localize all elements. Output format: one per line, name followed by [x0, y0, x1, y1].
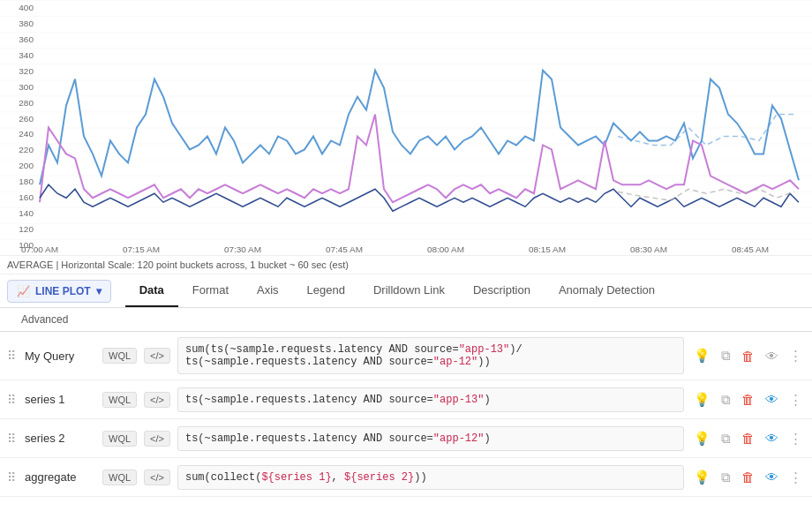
- query-text-myquery[interactable]: sum(ts(~sample.requests.latency AND sour…: [177, 337, 684, 374]
- more-button-series1[interactable]: ⋮: [786, 390, 805, 410]
- query-table: ⠿ My Query WQL </> sum(ts(~sample.reques…: [0, 332, 812, 497]
- delete-button-series1[interactable]: 🗑: [739, 390, 757, 409]
- tab-data[interactable]: Data: [125, 274, 178, 307]
- svg-text:400: 400: [19, 3, 34, 12]
- query-text-series2[interactable]: ts(~sample.requests.latency AND source="…: [177, 426, 684, 451]
- row-actions-series1: 💡 ⧉ 🗑 👁 ⋮: [691, 390, 805, 410]
- avg-label: AVERAGE | Horizontal Scale: 120 point bu…: [0, 256, 812, 274]
- svg-text:260: 260: [19, 114, 34, 124]
- row-actions-aggregate: 💡 ⧉ 🗑 👁 ⋮: [691, 468, 805, 487]
- svg-text:08:30 AM: 08:30 AM: [630, 244, 667, 254]
- copy-button-aggregate[interactable]: ⧉: [718, 468, 733, 487]
- badge-code-myquery[interactable]: </>: [144, 348, 170, 364]
- svg-text:07:45 AM: 07:45 AM: [326, 244, 363, 254]
- tab-advanced[interactable]: Advanced: [7, 308, 82, 331]
- svg-text:340: 340: [19, 50, 34, 60]
- table-row: ⠿ aggregate WQL </> sum(collect(${series…: [0, 458, 812, 497]
- eye-button-series2[interactable]: 👁: [763, 429, 781, 447]
- drag-handle-icon[interactable]: ⠿: [7, 432, 18, 446]
- copy-button-series2[interactable]: ⧉: [718, 429, 733, 448]
- delete-button-aggregate[interactable]: 🗑: [739, 468, 757, 486]
- svg-text:120: 120: [19, 224, 34, 234]
- more-button-aggregate[interactable]: ⋮: [786, 468, 805, 487]
- chart-type-button[interactable]: 📈 LINE PLOT ▾: [7, 280, 111, 303]
- svg-text:220: 220: [19, 145, 34, 154]
- row-name-myquery: My Query: [25, 349, 95, 363]
- row-actions-series2: 💡 ⧉ 🗑 👁 ⋮: [691, 429, 805, 448]
- drag-handle-icon[interactable]: ⠿: [7, 349, 18, 363]
- badge-code-series2[interactable]: </>: [144, 431, 170, 447]
- badge-wql-aggregate[interactable]: WQL: [102, 470, 137, 485]
- svg-text:08:00 AM: 08:00 AM: [427, 244, 464, 254]
- svg-text:240: 240: [19, 129, 34, 139]
- delete-button-myquery[interactable]: 🗑: [739, 347, 757, 365]
- svg-text:200: 200: [19, 161, 34, 170]
- svg-text:180: 180: [19, 177, 34, 186]
- badge-code-series1[interactable]: </>: [144, 392, 170, 408]
- chart-type-label: LINE PLOT: [35, 285, 91, 297]
- tab-anomaly[interactable]: Anomaly Detection: [545, 274, 669, 307]
- tab-legend[interactable]: Legend: [293, 274, 359, 307]
- query-text-series1[interactable]: ts(~sample.requests.latency AND source="…: [177, 387, 684, 412]
- table-row: ⠿ series 2 WQL </> ts(~sample.requests.l…: [0, 419, 812, 458]
- svg-text:08:45 AM: 08:45 AM: [732, 244, 769, 254]
- tab-description[interactable]: Description: [459, 274, 545, 307]
- svg-text:380: 380: [19, 19, 34, 28]
- secondary-tabs-row: Advanced: [0, 308, 812, 332]
- copy-button-myquery[interactable]: ⧉: [718, 346, 733, 365]
- table-row: ⠿ series 1 WQL </> ts(~sample.requests.l…: [0, 380, 812, 419]
- svg-text:07:15 AM: 07:15 AM: [123, 244, 160, 254]
- svg-text:300: 300: [19, 82, 34, 92]
- tabs-row: 📈 LINE PLOT ▾ Data Format Axis Legend Dr…: [0, 274, 812, 308]
- drag-handle-icon[interactable]: ⠿: [7, 470, 18, 485]
- lightbulb-button-series2[interactable]: 💡: [691, 429, 713, 448]
- eye-button-myquery[interactable]: 👁: [763, 347, 781, 365]
- copy-button-series1[interactable]: ⧉: [718, 390, 733, 410]
- chart-area: 400 380 360 340 320 300 280 260 240 220 …: [0, 0, 812, 256]
- svg-text:320: 320: [19, 66, 34, 76]
- delete-button-series2[interactable]: 🗑: [739, 429, 757, 447]
- svg-text:140: 140: [19, 208, 34, 218]
- svg-text:280: 280: [19, 98, 34, 108]
- lightbulb-button-myquery[interactable]: 💡: [691, 346, 713, 365]
- table-row: ⠿ My Query WQL </> sum(ts(~sample.reques…: [0, 332, 812, 380]
- query-text-aggregate[interactable]: sum(collect(${series 1}, ${series 2})): [177, 465, 684, 490]
- drag-handle-icon[interactable]: ⠿: [7, 393, 18, 407]
- row-name-series2: series 2: [25, 432, 95, 445]
- svg-text:08:15 AM: 08:15 AM: [529, 244, 566, 254]
- lightbulb-button-series1[interactable]: 💡: [691, 390, 713, 410]
- more-button-series2[interactable]: ⋮: [786, 429, 805, 448]
- tab-format[interactable]: Format: [178, 274, 243, 307]
- svg-text:360: 360: [19, 34, 34, 44]
- badge-wql-series2[interactable]: WQL: [102, 431, 137, 447]
- badge-wql-myquery[interactable]: WQL: [102, 348, 137, 364]
- tab-drilldown[interactable]: Drilldown Link: [359, 274, 459, 307]
- svg-text:160: 160: [19, 192, 34, 202]
- badge-wql-series1[interactable]: WQL: [102, 392, 137, 408]
- chevron-down-icon: ▾: [96, 285, 102, 297]
- eye-button-aggregate[interactable]: 👁: [763, 468, 781, 486]
- svg-rect-1: [0, 0, 812, 255]
- tab-axis[interactable]: Axis: [243, 274, 293, 307]
- row-name-series1: series 1: [25, 393, 95, 406]
- more-button-myquery[interactable]: ⋮: [786, 346, 805, 365]
- svg-text:07:30 AM: 07:30 AM: [224, 244, 261, 254]
- lightbulb-button-aggregate[interactable]: 💡: [691, 468, 713, 487]
- badge-code-aggregate[interactable]: </>: [144, 470, 170, 485]
- line-plot-icon: 📈: [17, 285, 30, 297]
- eye-button-series1[interactable]: 👁: [763, 390, 781, 409]
- row-actions-myquery: 💡 ⧉ 🗑 👁 ⋮: [691, 346, 805, 365]
- row-name-aggregate: aggregate: [25, 470, 95, 484]
- svg-text:07:00 AM: 07:00 AM: [21, 244, 58, 254]
